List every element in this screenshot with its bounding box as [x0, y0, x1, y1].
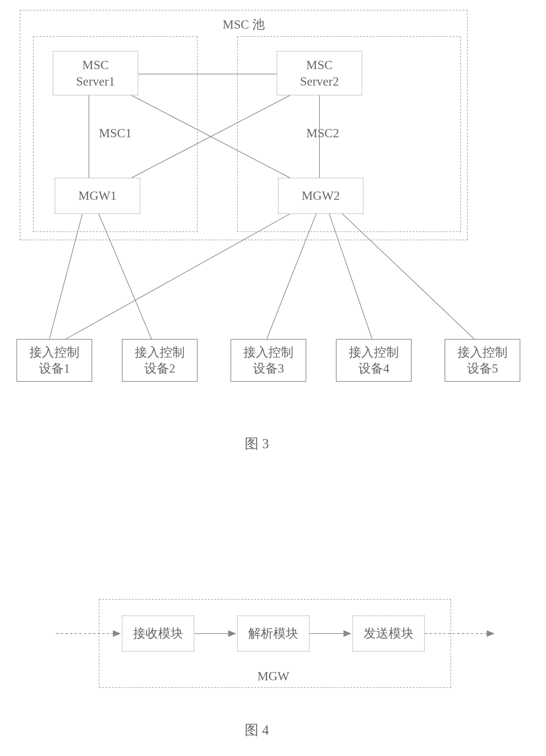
- receive-module-box: 接收模块: [122, 615, 194, 652]
- send-module-label: 发送模块: [364, 625, 414, 641]
- mgw1-box: MGW1: [55, 178, 140, 214]
- device5-line2: 设备5: [467, 361, 498, 375]
- fig4-caption: 图 4: [224, 721, 290, 739]
- mgw-container-label: MGW: [250, 668, 297, 684]
- device1-line2: 设备1: [39, 361, 70, 375]
- msc-pool-title: MSC 池: [197, 16, 290, 33]
- parse-module-box: 解析模块: [237, 615, 310, 652]
- device5-box: 接入控制 设备5: [445, 339, 520, 382]
- device3-box: 接入控制 设备3: [230, 339, 306, 382]
- device2-box: 接入控制 设备2: [122, 339, 197, 382]
- send-module-box: 发送模块: [352, 615, 425, 652]
- parse-module-label: 解析模块: [248, 625, 299, 641]
- device3-line1: 接入控制: [243, 345, 294, 359]
- msc-server1-line2: Server1: [76, 74, 115, 88]
- msc-server1-line1: MSC: [82, 58, 109, 72]
- msc1-label: MSC1: [92, 125, 138, 141]
- mgw2-box: MGW2: [278, 178, 364, 214]
- device3-line2: 设备3: [253, 361, 284, 375]
- device1-line1: 接入控制: [29, 345, 79, 359]
- device2-line2: 设备2: [144, 361, 175, 375]
- device1-box: 接入控制 设备1: [16, 339, 92, 382]
- device2-line1: 接入控制: [135, 345, 185, 359]
- fig3-caption: 图 3: [224, 434, 290, 453]
- device4-box: 接入控制 设备4: [336, 339, 412, 382]
- mgw1-label: MGW1: [78, 188, 117, 204]
- msc2-label: MSC2: [300, 125, 346, 141]
- msc-server1-box: MSC Server1: [53, 51, 138, 95]
- device4-line2: 设备4: [358, 361, 390, 375]
- msc-server2-line1: MSC: [306, 58, 333, 72]
- mgw2-label: MGW2: [302, 188, 340, 204]
- device5-line1: 接入控制: [457, 345, 507, 359]
- msc-server2-line2: Server2: [300, 74, 339, 88]
- device4-line1: 接入控制: [349, 345, 399, 359]
- receive-module-label: 接收模块: [133, 625, 183, 641]
- msc-server2-box: MSC Server2: [277, 51, 362, 95]
